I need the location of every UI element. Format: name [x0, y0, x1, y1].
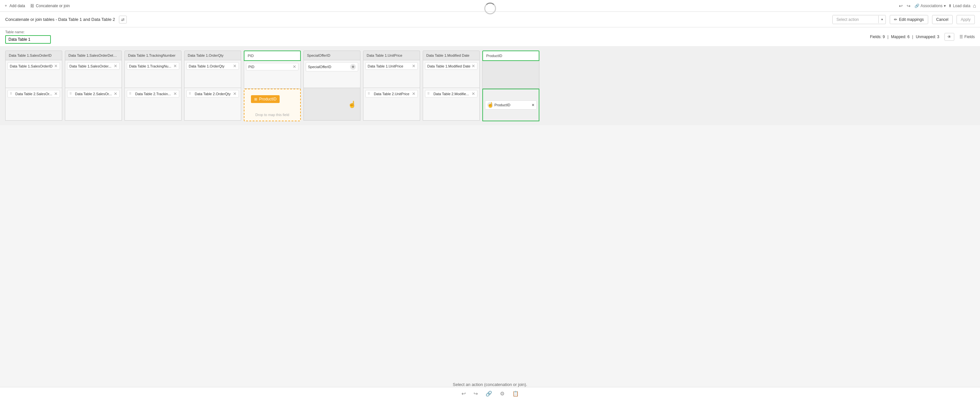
col-header-5: PID: [244, 51, 301, 61]
close-icon[interactable]: ✕: [233, 64, 237, 68]
col-top-1[interactable]: Data Table 1.SalesOrderID ✕: [5, 60, 62, 88]
unmapped-count: Unmapped: 3: [916, 35, 939, 39]
tag-1-top[interactable]: Data Table 1.SalesOrderID ✕: [8, 62, 60, 70]
chevron-down-icon[interactable]: ▾: [878, 16, 886, 23]
tag-label: Data Table 2.UnitPrice: [374, 92, 409, 96]
add-data-action[interactable]: ＋ Add data: [4, 3, 25, 8]
close-icon[interactable]: ✕: [531, 103, 535, 107]
col-bottom-7[interactable]: ⠿ Data Table 2.UnitPrice ✕: [363, 88, 420, 121]
tag-3-top[interactable]: Data Table 1.TrackingNu... ✕: [127, 62, 179, 70]
column-pid: PID PID ✕ ⊞ ProductID Drop to map this f…: [244, 51, 301, 121]
col-bottom-9[interactable]: ☝ ProductID ✕: [482, 89, 539, 121]
drop-zone-5[interactable]: ⊞ ProductID Drop to map this field: [244, 89, 301, 121]
productid-tag[interactable]: ☝ ProductID ✕: [485, 100, 537, 110]
swap-button[interactable]: ⇄: [119, 16, 127, 24]
column-specialofferid: SpecialOfferID SpecialOfferID ⊕ ☝: [304, 51, 360, 121]
cursor-target-icon[interactable]: ☝: [487, 102, 493, 108]
tag-label: ProductID: [495, 103, 511, 107]
tag-4-bottom[interactable]: ⠿ Data Table 2.OrderQty ✕: [186, 90, 239, 97]
apply-button[interactable]: Apply: [956, 15, 975, 24]
tag-5-top[interactable]: PID ✕: [246, 63, 299, 70]
col-header-7: Data Table 1.UnitPrice: [363, 51, 420, 60]
cursor-icon[interactable]: ⊕: [350, 64, 356, 70]
undo-button[interactable]: ↩: [897, 2, 904, 10]
mapping-area: Data Table 1.SalesOrderID Data Table 1.S…: [0, 46, 980, 125]
close-icon[interactable]: ✕: [293, 65, 296, 69]
col-top-5[interactable]: PID ✕: [244, 61, 301, 89]
col-bottom-1[interactable]: ⠿ Data Table 2.SalesOr... ✕: [5, 88, 62, 121]
column-modifieddate: Data Table 1.Modified Date Data Table 1.…: [423, 51, 480, 121]
close-icon[interactable]: ✕: [54, 64, 58, 68]
fields-btn-label: Fields: [964, 35, 975, 39]
col-header-6: SpecialOfferID: [304, 51, 360, 60]
close-icon[interactable]: ✕: [54, 92, 58, 96]
col-header-1: Data Table 1.SalesOrderID: [5, 51, 62, 60]
close-icon[interactable]: ✕: [114, 64, 117, 68]
close-icon[interactable]: ✕: [412, 64, 415, 68]
col-top-2[interactable]: Data Table 1.SalesOrder... ✕: [65, 60, 122, 88]
tag-label: Data Table 2.SalesOr...: [15, 92, 52, 96]
tag-8-top[interactable]: Data Table 1.Modified Date ✕: [425, 62, 477, 70]
close-icon[interactable]: ✕: [472, 92, 475, 96]
home-button[interactable]: ⌂: [973, 3, 976, 9]
bottom-clipboard-button[interactable]: 📋: [511, 389, 520, 398]
col-top-8[interactable]: Data Table 1.Modified Date ✕: [423, 60, 480, 88]
col-bottom-8[interactable]: ⠿ Data Table 2.Modifie... ✕: [423, 88, 480, 121]
edit-mappings-button[interactable]: ✏ Edit mappings: [890, 15, 928, 24]
col-bottom-2[interactable]: ⠿ Data Table 2.SalesOr... ✕: [65, 88, 122, 121]
tag-7-top[interactable]: Data Table 1.UnitPrice ✕: [365, 62, 418, 70]
drag-handle: ⠿: [10, 92, 12, 96]
cancel-button[interactable]: Cancel: [932, 15, 953, 24]
pill-label: ProductID: [259, 97, 276, 101]
bottom-redo-button[interactable]: ↪: [472, 389, 479, 398]
col-bottom-4[interactable]: ⠿ Data Table 2.OrderQty ✕: [184, 88, 241, 121]
close-icon[interactable]: ✕: [173, 92, 177, 96]
bottom-link-button[interactable]: 🔗: [484, 389, 493, 398]
table-name-row: Table name: Fields: 9 | Mapped: 6 | Unma…: [0, 27, 980, 46]
col-header-4: Data Table 1.OrderQty: [184, 51, 241, 60]
page-title: Concatenate or join tables - Data Table …: [5, 17, 115, 22]
tag-1-bottom[interactable]: ⠿ Data Table 2.SalesOr... ✕: [8, 90, 60, 97]
close-icon[interactable]: ✕: [173, 64, 177, 68]
concat-join-label: Concatenate or join: [36, 3, 70, 8]
load-data-button[interactable]: ⬆ Load data: [948, 3, 970, 8]
col-top-6[interactable]: SpecialOfferID ⊕: [304, 60, 360, 88]
redo-button[interactable]: ↪: [905, 2, 912, 10]
col-header-9: ProductID: [482, 51, 539, 61]
tag-2-top[interactable]: Data Table 1.SalesOrder... ✕: [67, 62, 119, 70]
col-top-7[interactable]: Data Table 1.UnitPrice ✕: [363, 60, 420, 88]
tag-label: Data Table 1.OrderQty: [189, 64, 224, 68]
drop-label: Drop to map this field: [256, 113, 290, 117]
bottom-settings-button[interactable]: ⚙: [499, 389, 506, 398]
tag-4-top[interactable]: Data Table 1.OrderQty ✕: [186, 62, 239, 70]
tag-6-top[interactable]: SpecialOfferID ⊕: [306, 62, 358, 72]
column-orderqty: Data Table 1.OrderQty Data Table 1.Order…: [184, 51, 241, 121]
tag-2-bottom[interactable]: ⠿ Data Table 2.SalesOr... ✕: [67, 90, 119, 97]
fields-button[interactable]: ☰ Fields: [959, 35, 975, 39]
drag-handle: ⠿: [427, 92, 430, 96]
column-salesorderid: Data Table 1.SalesOrderID Data Table 1.S…: [5, 51, 62, 121]
close-icon[interactable]: ✕: [412, 92, 415, 96]
bottom-undo-button[interactable]: ↩: [460, 389, 467, 398]
list-icon: ☰: [959, 35, 963, 39]
col-top-3[interactable]: Data Table 1.TrackingNu... ✕: [124, 60, 181, 88]
column-unitprice: Data Table 1.UnitPrice Data Table 1.Unit…: [363, 51, 420, 121]
close-icon[interactable]: ✕: [114, 92, 117, 96]
table-name-input[interactable]: [5, 35, 51, 44]
close-icon[interactable]: ✕: [472, 64, 475, 68]
drag-handle: ⠿: [69, 92, 72, 96]
col-bottom-3[interactable]: ⠿ Data Table 2.Trackin... ✕: [124, 88, 181, 121]
col-top-9[interactable]: [482, 61, 539, 89]
close-icon[interactable]: ✕: [233, 92, 237, 96]
associations-button[interactable]: 🔗 Associations ▾: [915, 3, 946, 8]
select-action-wrapper[interactable]: Select action ▾: [832, 15, 886, 24]
col-top-4[interactable]: Data Table 1.OrderQty ✕: [184, 60, 241, 88]
concat-join-action[interactable]: ⛓ Concatenate or join: [30, 3, 70, 8]
eye-button[interactable]: 👁: [945, 33, 954, 41]
tag-label: Data Table 2.SalesOr...: [75, 92, 112, 96]
tag-8-bottom[interactable]: ⠿ Data Table 2.Modifie... ✕: [425, 90, 477, 97]
tag-label: Data Table 2.Modifie...: [433, 92, 469, 96]
tag-7-bottom[interactable]: ⠿ Data Table 2.UnitPrice ✕: [365, 90, 418, 97]
col-header-2: Data Table 1.SalesOrderDetailID: [65, 51, 122, 60]
tag-3-bottom[interactable]: ⠿ Data Table 2.Trackin... ✕: [127, 90, 179, 97]
